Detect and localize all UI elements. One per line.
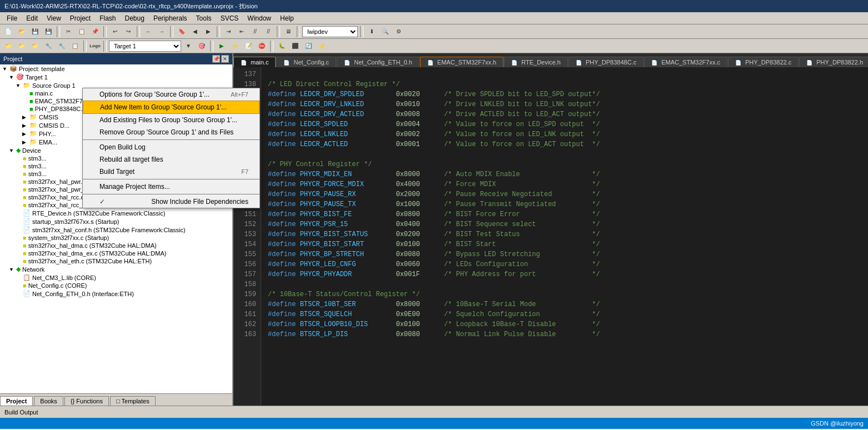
tb2-btn4[interactable]: 🔧 bbox=[42, 41, 54, 52]
tab-templates[interactable]: □ Templates bbox=[110, 396, 156, 406]
system-icon: ■ bbox=[23, 234, 27, 241]
device-db-button[interactable]: 🖥 bbox=[282, 26, 295, 37]
expand-project[interactable]: ▼ bbox=[2, 66, 8, 72]
build-all-btn[interactable]: ⚡ bbox=[229, 41, 241, 52]
indent-button[interactable]: ⇥ bbox=[222, 26, 235, 37]
target-options-button[interactable]: ▼ bbox=[182, 41, 194, 52]
project-header-buttons: 📌 ✕ bbox=[212, 55, 229, 63]
ctx-show-include[interactable]: ✓ Show Include File Dependencies bbox=[83, 196, 260, 208]
menu-file[interactable]: File bbox=[2, 13, 22, 23]
editor-tab-rte-device[interactable]: 📄 RTE_Device.h bbox=[504, 57, 568, 67]
tab-functions[interactable]: {} Functions bbox=[64, 396, 109, 406]
tree-hal-dma[interactable]: ■ stm32f7xx_hal_dma.c (STM32Cube HAL:DMA… bbox=[0, 242, 232, 249]
menu-debug[interactable]: Debug bbox=[121, 13, 149, 23]
stop-build-btn[interactable]: ⛔ bbox=[256, 41, 268, 52]
editor-tab-phy-dp83822-c[interactable]: 📄 PHY_DP83822.c bbox=[728, 57, 799, 67]
code-editor[interactable]: /* LED Direct Control Register */ #defin… bbox=[261, 67, 868, 406]
settings-button[interactable]: ⚙ bbox=[392, 26, 405, 37]
project-pin-button[interactable]: 📌 bbox=[212, 55, 220, 63]
cut-button[interactable]: ✂ bbox=[62, 26, 74, 37]
logo-btn[interactable]: Logo bbox=[89, 41, 101, 52]
menu-svcs[interactable]: SVCS bbox=[216, 13, 243, 23]
ctx-options-group[interactable]: Options for Group 'Source Group 1'... Al… bbox=[83, 88, 260, 101]
tb2-btn5[interactable]: 🔧 bbox=[56, 41, 68, 52]
tree-net-lib[interactable]: 📋 Net_CM3_L.lib (CORE) bbox=[0, 273, 232, 282]
search-button[interactable]: 🔍 bbox=[379, 26, 391, 37]
new-file-button[interactable]: 📄 bbox=[2, 26, 14, 37]
nav-fwd-button[interactable]: → bbox=[156, 26, 168, 37]
debug-reset-btn[interactable]: 🔄 bbox=[302, 41, 315, 52]
ctx-show-include-check: ✓ bbox=[99, 198, 108, 206]
menu-help[interactable]: Help bbox=[276, 13, 298, 23]
bookmark-button[interactable]: 🔖 bbox=[176, 26, 188, 37]
save-all-button[interactable]: 💾 bbox=[42, 26, 54, 37]
editor-tab-phy-dp83822-h[interactable]: 📄 PHY_DP83822.h bbox=[799, 57, 868, 67]
paste-button[interactable]: 📌 bbox=[89, 26, 101, 37]
menu-peripherals[interactable]: Peripherals bbox=[149, 13, 192, 23]
editor-content[interactable]: 137138139140 141142143144 145146147148 1… bbox=[233, 67, 868, 406]
menu-view[interactable]: View bbox=[42, 13, 66, 23]
project-close-button[interactable]: ✕ bbox=[221, 55, 229, 63]
phy-folder-label: PHY... bbox=[39, 131, 56, 137]
unindent-button[interactable]: ⇤ bbox=[236, 26, 248, 37]
debug-stop-btn[interactable]: ⬛ bbox=[289, 41, 301, 52]
tree-startup[interactable]: 📄 startup_stm32f767xx.s (Startup) bbox=[0, 217, 232, 226]
download-button[interactable]: ⬇ bbox=[366, 26, 378, 37]
flash-download-btn[interactable]: ⚡ bbox=[316, 41, 328, 52]
redo-button[interactable]: ↪ bbox=[122, 26, 134, 37]
ctx-build-target[interactable]: Build Target F7 bbox=[83, 166, 260, 178]
comment-button[interactable]: // bbox=[249, 26, 261, 37]
target-sel-button[interactable]: 🎯 bbox=[196, 41, 208, 52]
tree-network[interactable]: ▼ ◆ Network bbox=[0, 265, 232, 273]
tree-hal-dma-ex[interactable]: ■ stm32f7xx_hal_dma_ex.c (STM32Cube HAL:… bbox=[0, 249, 232, 257]
menu-tools[interactable]: Tools bbox=[192, 13, 216, 23]
tree-net-eth[interactable]: 📄 Net_Config_ETH_0.h (Interface:ETH) bbox=[0, 289, 232, 298]
tb2-btn1[interactable]: 📁 bbox=[2, 41, 14, 52]
editor-tab-emac-h[interactable]: 📄 EMAC_STM32F7xx.h bbox=[420, 57, 503, 67]
tree-system[interactable]: ■ system_stm32f7xx.c (Startup) bbox=[0, 234, 232, 242]
ctx-add-new-item-label: Add New Item to Group 'Source Group 1'..… bbox=[100, 103, 227, 111]
translate-btn[interactable]: 📝 bbox=[242, 41, 255, 52]
tree-hal-conf[interactable]: 📄 stm32f7xx_hal_conf.h (STM32Cube Framew… bbox=[0, 226, 232, 234]
menu-flash[interactable]: Flash bbox=[95, 13, 120, 23]
nav-back-button[interactable]: ← bbox=[142, 26, 154, 37]
net-config-icon: ■ bbox=[23, 282, 27, 289]
tb2-btn2[interactable]: 📁 bbox=[16, 41, 28, 52]
ctx-open-build-log[interactable]: Open Build Log bbox=[83, 141, 260, 153]
menu-window[interactable]: Window bbox=[243, 13, 276, 23]
menu-edit[interactable]: Edit bbox=[22, 13, 42, 23]
tab-books[interactable]: Books bbox=[34, 396, 63, 406]
device-dropdown[interactable]: lwipdev bbox=[302, 26, 358, 37]
tab-project[interactable]: Project bbox=[0, 396, 33, 406]
phy-folder-icon: 📁 bbox=[29, 130, 37, 137]
tree-target1[interactable]: ▼ 🎯 Target 1 bbox=[0, 73, 232, 81]
editor-tab-phy-dp83848c[interactable]: 📄 PHY_DP83848C.c bbox=[568, 57, 643, 67]
editor-tab-net-config-eth[interactable]: 📄 Net_Config_ETH_0.h bbox=[337, 57, 420, 67]
undo-button[interactable]: ↩ bbox=[109, 26, 121, 37]
net-eth-icon: 📄 bbox=[23, 290, 31, 297]
copy-button[interactable]: 📋 bbox=[76, 26, 88, 37]
bookmark-next-button[interactable]: ▶ bbox=[202, 26, 214, 37]
bookmark-prev-button[interactable]: ◀ bbox=[189, 26, 201, 37]
tree-net-config[interactable]: ■ Net_Config.c (CORE) bbox=[0, 282, 232, 289]
status-right: GSDN @iluzhiyong bbox=[811, 420, 864, 427]
menu-project[interactable]: Project bbox=[66, 13, 95, 23]
ctx-remove-group[interactable]: Remove Group 'Source Group 1' and its Fi… bbox=[83, 126, 260, 138]
tb2-btn6[interactable]: 📋 bbox=[69, 41, 81, 52]
debug-start-btn[interactable]: 🐛 bbox=[276, 41, 288, 52]
editor-tab-main-c[interactable]: 📄 main.c bbox=[233, 57, 276, 67]
open-file-button[interactable]: 📂 bbox=[16, 26, 28, 37]
ctx-manage-project[interactable]: Manage Project Items... bbox=[83, 181, 260, 193]
ctx-add-existing[interactable]: Add Existing Files to Group 'Source Grou… bbox=[83, 114, 260, 126]
editor-tab-emac-c[interactable]: 📄 EMAC_STM32F7xx.c bbox=[644, 57, 727, 67]
target-dropdown[interactable]: Target 1 bbox=[109, 41, 181, 52]
build-btn[interactable]: ▶ bbox=[216, 41, 228, 52]
editor-tab-net-config-c[interactable]: 📄 Net_Config.c bbox=[276, 57, 336, 67]
save-button[interactable]: 💾 bbox=[29, 26, 41, 37]
tree-rte-device[interactable]: 📄 RTE_Device.h (STM32Cube Framework:Clas… bbox=[0, 209, 232, 217]
uncomment-button[interactable]: // bbox=[262, 26, 275, 37]
tree-hal-eth[interactable]: ■ stm32f7xx_hal_eth.c (STM32Cube HAL:ETH… bbox=[0, 257, 232, 265]
ctx-rebuild-all[interactable]: Rebuild all target files bbox=[83, 153, 260, 166]
ctx-add-new-item[interactable]: Add New Item to Group 'Source Group 1'..… bbox=[83, 101, 260, 114]
tb2-btn3[interactable]: 📁 bbox=[29, 41, 41, 52]
